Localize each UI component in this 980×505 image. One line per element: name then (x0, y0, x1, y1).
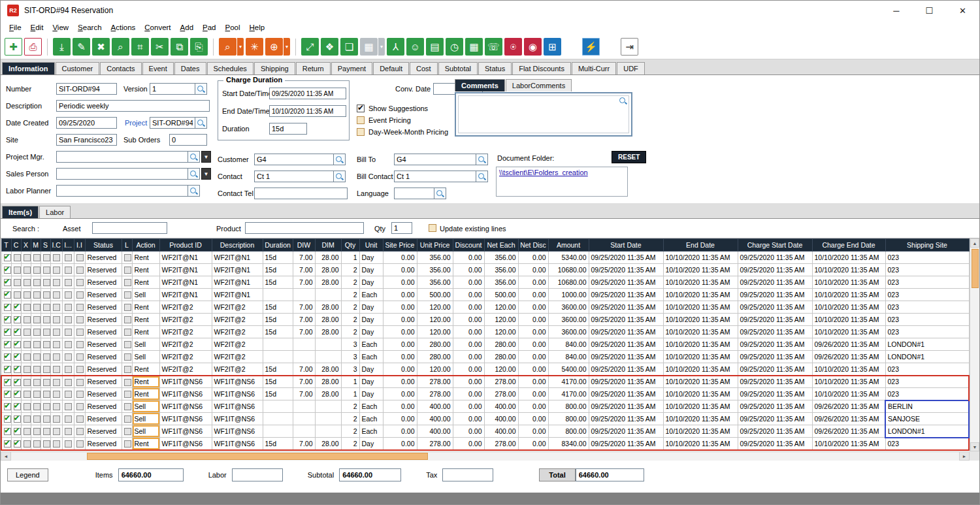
cell-unit-price[interactable]: 120.00 (417, 363, 453, 376)
row-checkbox-t[interactable] (4, 254, 11, 261)
row-checkbox-m[interactable] (33, 291, 41, 299)
row-checkbox-i[interactable] (65, 291, 72, 299)
cell-net-disc[interactable]: 0.00 (518, 252, 548, 264)
row-checkbox-c[interactable] (14, 415, 21, 423)
row-checkbox-c[interactable] (14, 341, 21, 348)
cell-start-date[interactable]: 09/25/2020 11:35 AM (589, 400, 663, 413)
horizontal-scrollbar[interactable]: ◄ ► (1, 451, 979, 461)
row-checkbox-c[interactable] (14, 254, 21, 261)
row-checkbox-s[interactable] (43, 366, 50, 373)
reset-button[interactable]: RESET (612, 151, 646, 163)
cell-net-disc[interactable]: 0.00 (518, 438, 548, 450)
row-checkbox-s[interactable] (43, 415, 50, 423)
cell-diw[interactable]: 7.00 (293, 301, 315, 314)
row-checkbox-x[interactable] (24, 415, 31, 423)
cell-net-each[interactable]: 356.00 (484, 264, 518, 276)
column-header-unit[interactable]: Unit (359, 239, 383, 252)
row-checkbox-i-i[interactable] (76, 254, 84, 261)
row-checkbox-i-c[interactable] (53, 341, 60, 348)
cell-shipping-site[interactable]: 023 (885, 301, 969, 314)
row-checkbox-s[interactable] (43, 267, 50, 274)
row-checkbox-x[interactable] (24, 366, 31, 373)
cell-end-date[interactable]: 10/10/2020 11:35 AM (663, 413, 738, 425)
row-checkbox-m[interactable] (33, 279, 41, 286)
duration-input[interactable] (269, 123, 307, 135)
cell-charge-start-date[interactable]: 09/25/2020 11:35 AM (738, 400, 812, 413)
cell-dim[interactable]: 28.00 (315, 438, 341, 450)
cell-status[interactable]: Reserved (85, 413, 122, 425)
project-mgr-dropdown-button[interactable]: ▼ (201, 151, 211, 163)
cell-duration[interactable]: 15d (263, 376, 293, 388)
row-checkbox-x[interactable] (24, 267, 31, 274)
cell-diw[interactable] (293, 338, 315, 351)
cell-qty[interactable]: 2 (341, 438, 359, 450)
row-checkbox-m[interactable] (33, 254, 41, 261)
row-checkbox-m[interactable] (33, 267, 41, 274)
row-checkbox-i-i[interactable] (76, 366, 84, 373)
cell-action[interactable]: Sell (132, 289, 159, 301)
column-header-end-date[interactable]: End Date (663, 239, 738, 252)
cell-end-date[interactable]: 10/10/2020 11:35 AM (663, 363, 738, 376)
cell-duration[interactable] (263, 425, 293, 438)
cell-amount[interactable]: 1000.00 (548, 289, 589, 301)
menu-item-pool[interactable]: Pool (221, 22, 245, 33)
cell-dim[interactable] (315, 338, 341, 351)
cell-description[interactable]: WF2IT@N1 (212, 289, 263, 301)
cell-net-disc[interactable]: 0.00 (518, 376, 548, 388)
project-input[interactable] (150, 117, 195, 129)
row-checkbox-i[interactable] (65, 254, 72, 261)
tab-dates[interactable]: Dates (174, 62, 206, 74)
row-checkbox-c[interactable] (14, 279, 21, 286)
paste-icon[interactable]: ⎘ (190, 38, 208, 56)
tab-laborcomments[interactable]: LaborComments (506, 79, 572, 91)
table-row[interactable]: ReservedRentWF2IT@N1WF2IT@N115d7.0028.00… (1, 252, 969, 264)
labor-planner-input[interactable] (56, 185, 188, 197)
row-checkbox-i-c[interactable] (53, 379, 60, 386)
cell-end-date[interactable]: 10/10/2020 11:35 AM (663, 289, 738, 301)
cell-start-date[interactable]: 09/25/2020 11:35 AM (589, 326, 663, 338)
cell-description[interactable]: WF1IT@NS6 (212, 376, 263, 388)
cell-diw[interactable]: 7.00 (293, 314, 315, 326)
cell-status[interactable]: Reserved (85, 289, 122, 301)
cell-net-each[interactable]: 400.00 (484, 413, 518, 425)
row-checkbox-m[interactable] (33, 391, 41, 398)
cell-start-date[interactable]: 09/25/2020 11:35 AM (589, 289, 663, 301)
cell-description[interactable]: WF2IT@2 (212, 363, 263, 376)
cell-duration[interactable] (263, 289, 293, 301)
row-checkbox-m[interactable] (33, 341, 41, 348)
row-checkbox-m[interactable] (33, 403, 41, 410)
row-checkbox-s[interactable] (43, 304, 50, 311)
column-header-action[interactable]: Action (132, 239, 159, 252)
cell-action[interactable]: Sell (132, 425, 159, 438)
row-checkbox-x[interactable] (24, 291, 31, 299)
cell-discount[interactable]: 0.00 (453, 438, 484, 450)
cell-charge-end-date[interactable]: 10/10/2020 11:35 AM (812, 252, 885, 264)
cell-product-id[interactable]: WF1IT@NS6 (159, 388, 212, 400)
row-checkbox-s[interactable] (43, 316, 50, 323)
table-row[interactable]: ReservedSellWF1IT@NS6WF1IT@NS62Each0.004… (1, 413, 969, 425)
cell-discount[interactable]: 0.00 (453, 376, 484, 388)
cell-diw[interactable]: 7.00 (293, 438, 315, 450)
row-checkbox-i-c[interactable] (53, 403, 60, 410)
tab-event[interactable]: Event (142, 62, 174, 74)
cell-dim[interactable] (315, 425, 341, 438)
cell-qty[interactable]: 2 (341, 413, 359, 425)
column-header-i-c[interactable]: I.C (50, 239, 62, 252)
cell-diw[interactable]: 7.00 (293, 388, 315, 400)
cell-unit[interactable]: Day (359, 388, 383, 400)
row-checkbox-t[interactable] (4, 267, 11, 274)
attachments-icon[interactable]: ▦ (360, 38, 378, 56)
cell-start-date[interactable]: 09/25/2020 11:35 AM (589, 351, 663, 363)
cell-qty[interactable]: 2 (341, 264, 359, 276)
row-checkbox-i-c[interactable] (53, 440, 60, 448)
row-checkbox-l[interactable] (124, 391, 131, 398)
row-checkbox-s[interactable] (43, 440, 50, 448)
cell-net-disc[interactable]: 0.00 (518, 338, 548, 351)
cell-charge-start-date[interactable]: 09/25/2020 11:35 AM (738, 264, 812, 276)
row-checkbox-l[interactable] (124, 379, 131, 386)
comments-icon[interactable]: ❏ (340, 38, 358, 56)
row-checkbox-t[interactable] (4, 316, 11, 323)
cell-discount[interactable]: 0.00 (453, 289, 484, 301)
cell-unit[interactable]: Day (359, 326, 383, 338)
cell-charge-start-date[interactable]: 09/25/2020 11:35 AM (738, 326, 812, 338)
